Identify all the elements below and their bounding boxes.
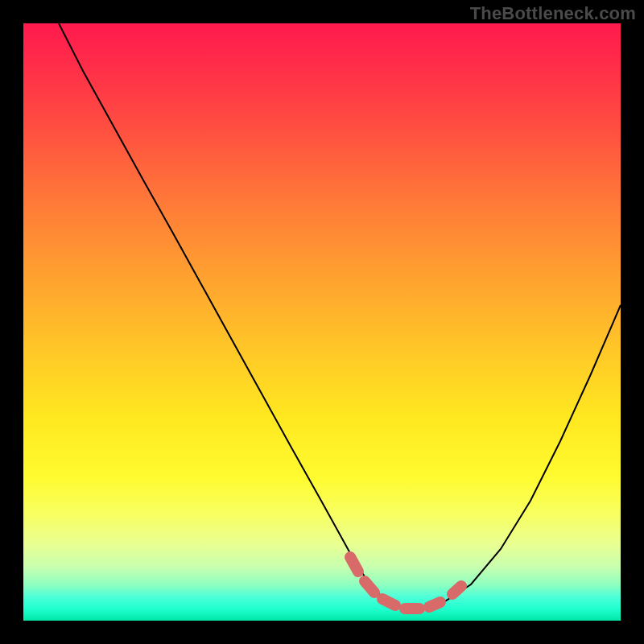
chart-svg [23,23,621,621]
bottleneck-curve-line [59,23,621,609]
highlight-dash-2 [365,581,374,592]
chart-plot-area [23,23,621,621]
highlight-dash-1 [350,557,358,572]
watermark-text: TheBottleneck.com [470,3,636,24]
highlight-dash-3 [382,599,395,605]
highlight-dash-5 [429,602,440,607]
highlight-dash-6 [452,586,461,594]
